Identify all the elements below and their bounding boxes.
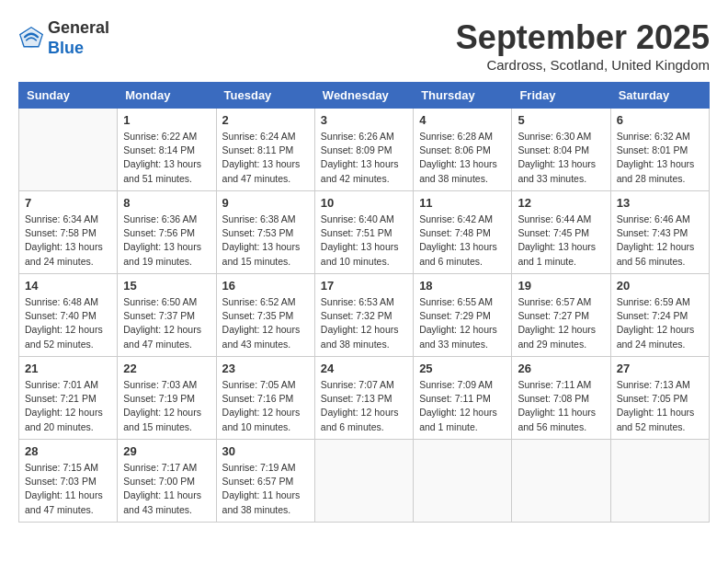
- day-info: Sunrise: 6:55 AM Sunset: 7:29 PM Dayligh…: [419, 295, 506, 351]
- day-info: Sunrise: 6:42 AM Sunset: 7:48 PM Dayligh…: [419, 213, 506, 269]
- day-number: 29: [123, 444, 210, 458]
- calendar-week-row: 1Sunrise: 6:22 AM Sunset: 8:14 PM Daylig…: [19, 109, 710, 191]
- day-number: 14: [25, 279, 111, 293]
- calendar-cell: 17Sunrise: 6:53 AM Sunset: 7:32 PM Dayli…: [314, 274, 413, 357]
- day-number: 11: [419, 196, 506, 210]
- location-subtitle: Cardross, Scotland, United Kingdom: [456, 57, 710, 73]
- day-number: 16: [222, 279, 309, 293]
- weekday-header-thursday: Thursday: [414, 83, 512, 109]
- day-info: Sunrise: 6:36 AM Sunset: 7:56 PM Dayligh…: [123, 213, 210, 269]
- page-header: General Blue September 2025 Cardross, Sc…: [18, 18, 710, 73]
- calendar-cell: 30Sunrise: 7:19 AM Sunset: 6:57 PM Dayli…: [216, 440, 314, 523]
- calendar-week-row: 21Sunrise: 7:01 AM Sunset: 7:21 PM Dayli…: [19, 357, 710, 440]
- calendar-cell: 8Sunrise: 6:36 AM Sunset: 7:56 PM Daylig…: [118, 191, 216, 274]
- calendar-cell: 16Sunrise: 6:52 AM Sunset: 7:35 PM Dayli…: [216, 274, 314, 357]
- calendar-cell: 25Sunrise: 7:09 AM Sunset: 7:11 PM Dayli…: [414, 357, 512, 440]
- calendar-week-row: 28Sunrise: 7:15 AM Sunset: 7:03 PM Dayli…: [19, 440, 710, 523]
- calendar-cell: [414, 440, 512, 523]
- day-number: 26: [518, 362, 604, 375]
- calendar-cell: 3Sunrise: 6:26 AM Sunset: 8:09 PM Daylig…: [314, 109, 413, 191]
- day-info: Sunrise: 7:11 AM Sunset: 7:08 PM Dayligh…: [518, 378, 604, 434]
- calendar-cell: 27Sunrise: 7:13 AM Sunset: 7:05 PM Dayli…: [610, 357, 709, 440]
- day-number: 7: [25, 196, 111, 210]
- day-number: 8: [123, 196, 210, 210]
- month-title: September 2025: [456, 18, 710, 57]
- day-info: Sunrise: 7:15 AM Sunset: 7:03 PM Dayligh…: [25, 461, 111, 517]
- day-info: Sunrise: 6:46 AM Sunset: 7:43 PM Dayligh…: [617, 213, 703, 269]
- day-info: Sunrise: 6:24 AM Sunset: 8:11 PM Dayligh…: [222, 130, 309, 186]
- day-info: Sunrise: 6:26 AM Sunset: 8:09 PM Dayligh…: [321, 130, 407, 186]
- weekday-header-sunday: Sunday: [19, 83, 118, 109]
- day-info: Sunrise: 7:17 AM Sunset: 7:00 PM Dayligh…: [123, 461, 210, 517]
- day-number: 12: [518, 196, 604, 210]
- calendar-cell: 10Sunrise: 6:40 AM Sunset: 7:51 PM Dayli…: [314, 191, 413, 274]
- day-number: 22: [123, 362, 210, 375]
- weekday-header-friday: Friday: [512, 83, 610, 109]
- day-number: 24: [321, 362, 407, 375]
- day-info: Sunrise: 7:09 AM Sunset: 7:11 PM Dayligh…: [419, 378, 506, 434]
- day-info: Sunrise: 7:01 AM Sunset: 7:21 PM Dayligh…: [25, 378, 111, 434]
- calendar-cell: 15Sunrise: 6:50 AM Sunset: 7:37 PM Dayli…: [118, 274, 216, 357]
- weekday-header-wednesday: Wednesday: [314, 83, 413, 109]
- calendar-cell: 22Sunrise: 7:03 AM Sunset: 7:19 PM Dayli…: [118, 357, 216, 440]
- day-number: 25: [419, 362, 506, 375]
- calendar-cell: 26Sunrise: 7:11 AM Sunset: 7:08 PM Dayli…: [512, 357, 610, 440]
- day-number: 9: [222, 196, 309, 210]
- calendar-cell: [512, 440, 610, 523]
- day-number: 10: [321, 196, 407, 210]
- calendar-cell: 5Sunrise: 6:30 AM Sunset: 8:04 PM Daylig…: [512, 109, 610, 191]
- day-info: Sunrise: 6:22 AM Sunset: 8:14 PM Dayligh…: [123, 130, 210, 186]
- day-number: 19: [518, 279, 604, 293]
- calendar-cell: [610, 440, 709, 523]
- day-info: Sunrise: 6:40 AM Sunset: 7:51 PM Dayligh…: [321, 213, 407, 269]
- day-info: Sunrise: 6:28 AM Sunset: 8:06 PM Dayligh…: [419, 130, 506, 186]
- day-info: Sunrise: 6:50 AM Sunset: 7:37 PM Dayligh…: [123, 295, 210, 351]
- day-number: 17: [321, 279, 407, 293]
- logo: General Blue: [18, 18, 109, 58]
- day-number: 3: [321, 113, 407, 127]
- calendar-cell: 12Sunrise: 6:44 AM Sunset: 7:45 PM Dayli…: [512, 191, 610, 274]
- day-number: 23: [222, 362, 309, 375]
- weekday-header-tuesday: Tuesday: [216, 83, 314, 109]
- weekday-header-monday: Monday: [118, 83, 216, 109]
- day-number: 6: [617, 113, 703, 127]
- day-info: Sunrise: 7:07 AM Sunset: 7:13 PM Dayligh…: [321, 378, 407, 434]
- calendar-cell: 14Sunrise: 6:48 AM Sunset: 7:40 PM Dayli…: [19, 274, 118, 357]
- calendar-cell: 23Sunrise: 7:05 AM Sunset: 7:16 PM Dayli…: [216, 357, 314, 440]
- logo-blue-text: Blue: [48, 39, 84, 57]
- day-info: Sunrise: 6:52 AM Sunset: 7:35 PM Dayligh…: [222, 295, 309, 351]
- day-info: Sunrise: 7:03 AM Sunset: 7:19 PM Dayligh…: [123, 378, 210, 434]
- calendar-cell: 21Sunrise: 7:01 AM Sunset: 7:21 PM Dayli…: [19, 357, 118, 440]
- day-info: Sunrise: 7:13 AM Sunset: 7:05 PM Dayligh…: [617, 378, 703, 434]
- calendar-cell: 29Sunrise: 7:17 AM Sunset: 7:00 PM Dayli…: [118, 440, 216, 523]
- day-number: 15: [123, 279, 210, 293]
- calendar-cell: 20Sunrise: 6:59 AM Sunset: 7:24 PM Dayli…: [610, 274, 709, 357]
- day-info: Sunrise: 6:48 AM Sunset: 7:40 PM Dayligh…: [25, 295, 111, 351]
- calendar-table: SundayMondayTuesdayWednesdayThursdayFrid…: [18, 82, 710, 523]
- calendar-cell: 4Sunrise: 6:28 AM Sunset: 8:06 PM Daylig…: [414, 109, 512, 191]
- calendar-cell: [19, 109, 118, 191]
- calendar-cell: 6Sunrise: 6:32 AM Sunset: 8:01 PM Daylig…: [610, 109, 709, 191]
- calendar-cell: 24Sunrise: 7:07 AM Sunset: 7:13 PM Dayli…: [314, 357, 413, 440]
- day-number: 27: [617, 362, 703, 375]
- calendar-week-row: 7Sunrise: 6:34 AM Sunset: 7:58 PM Daylig…: [19, 191, 710, 274]
- day-info: Sunrise: 6:57 AM Sunset: 7:27 PM Dayligh…: [518, 295, 604, 351]
- day-number: 30: [222, 444, 309, 458]
- calendar-cell: [314, 440, 413, 523]
- day-number: 1: [123, 113, 210, 127]
- day-info: Sunrise: 7:05 AM Sunset: 7:16 PM Dayligh…: [222, 378, 309, 434]
- day-info: Sunrise: 6:44 AM Sunset: 7:45 PM Dayligh…: [518, 213, 604, 269]
- day-info: Sunrise: 6:32 AM Sunset: 8:01 PM Dayligh…: [617, 130, 703, 186]
- calendar-cell: 9Sunrise: 6:38 AM Sunset: 7:53 PM Daylig…: [216, 191, 314, 274]
- day-number: 2: [222, 113, 309, 127]
- day-info: Sunrise: 7:19 AM Sunset: 6:57 PM Dayligh…: [222, 461, 309, 517]
- day-info: Sunrise: 6:59 AM Sunset: 7:24 PM Dayligh…: [617, 295, 703, 351]
- logo-general-text: General: [48, 18, 109, 39]
- weekday-header-saturday: Saturday: [610, 83, 709, 109]
- day-info: Sunrise: 6:53 AM Sunset: 7:32 PM Dayligh…: [321, 295, 407, 351]
- calendar-cell: 13Sunrise: 6:46 AM Sunset: 7:43 PM Dayli…: [610, 191, 709, 274]
- day-info: Sunrise: 6:38 AM Sunset: 7:53 PM Dayligh…: [222, 213, 309, 269]
- day-number: 5: [518, 113, 604, 127]
- calendar-cell: 28Sunrise: 7:15 AM Sunset: 7:03 PM Dayli…: [19, 440, 118, 523]
- day-number: 20: [617, 279, 703, 293]
